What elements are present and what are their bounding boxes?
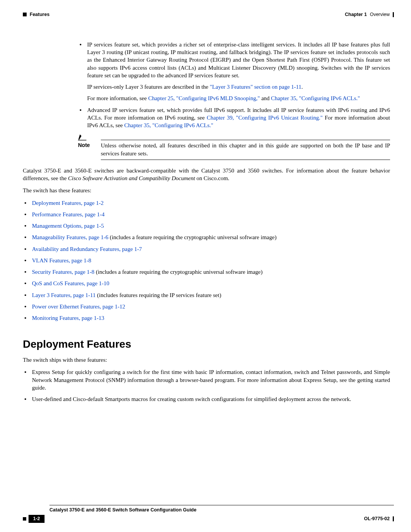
text-run: (includes a feature requiring the crypto… — [108, 234, 277, 240]
feature-link[interactable]: VLAN Features, page 1-8 — [32, 257, 91, 264]
feature-link[interactable]: Performance Features, page 1-4 — [32, 211, 105, 217]
list-item: Express Setup for quickly configuring a … — [23, 368, 390, 391]
text-run: (includes a feature requiring the crypto… — [94, 269, 263, 275]
deploy-intro: The switch ships with these features: — [23, 356, 390, 364]
page-header: Features Chapter 1 Overview — [23, 11, 394, 18]
feature-link[interactable]: Layer 3 Features, page 1-11 — [32, 292, 96, 298]
feature-link[interactable]: QoS and CoS Features, page 1-10 — [32, 280, 109, 286]
feature-link[interactable]: Deployment Features, page 1-2 — [32, 200, 104, 206]
list-item: Manageability Features, page 1-6 (includ… — [23, 233, 390, 241]
cross-ref-link[interactable]: Chapter 35, "Configuring IPv6 ACLs." — [124, 122, 213, 128]
list-intro: The switch has these features: — [23, 187, 390, 194]
cross-ref-link[interactable]: Chapter 35, "Configuring IPv6 ACLs." — [271, 95, 360, 101]
list-item: IP services feature set, which provides … — [78, 41, 390, 102]
cross-ref-link[interactable]: Chapter 39, "Configuring IPv6 Unicast Ro… — [207, 115, 323, 121]
bullet-text: IP services feature set, which provides … — [87, 42, 390, 78]
text-run: on Cisco.com. — [195, 175, 229, 181]
doc-id: OL-9775-02 — [364, 516, 390, 522]
list-item: Monitoring Features, page 1-13 — [23, 314, 390, 322]
cross-ref-link[interactable]: Chapter 25, "Configuring IPv6 MLD Snoopi… — [148, 95, 260, 101]
footer-guide-title: Catalyst 3750-E and 3560-E Switch Softwa… — [49, 507, 394, 513]
list-item: Security Features, page 1-8 (includes a … — [23, 268, 390, 276]
header-section-label: Features — [30, 11, 49, 18]
pencil-icon — [77, 133, 390, 141]
text-run: (includes features requiring the IP serv… — [96, 292, 221, 298]
list-item: Layer 3 Features, page 1-11 (includes fe… — [23, 291, 390, 299]
svg-marker-0 — [78, 134, 81, 140]
list-item: Advanced IP services feature set, which … — [78, 106, 390, 129]
feature-link[interactable]: Monitoring Features, page 1-13 — [32, 315, 104, 321]
list-item: Management Options, page 1-5 — [23, 222, 390, 230]
note-label: Note — [78, 142, 101, 157]
text-run: IP services-only Layer 3 features are de… — [87, 84, 210, 90]
list-item: VLAN Features, page 1-8 — [23, 257, 390, 264]
list-item: Deployment Features, page 1-2 — [23, 199, 390, 207]
main-content: IP services feature set, which provides … — [78, 41, 390, 322]
text-run: and — [260, 95, 271, 101]
doc-title-italic: Cisco Software Activation and Compatibil… — [68, 175, 195, 181]
paragraph: Catalyst 3750-E and 3560-E switches are … — [23, 167, 390, 182]
list-item: Availability and Redundancy Features, pa… — [23, 245, 390, 253]
cross-ref-link[interactable]: "Layer 3 Features" section on page 1-11 — [210, 84, 301, 90]
feature-link[interactable]: Security Features, page 1-8 — [32, 269, 94, 275]
text-run: . — [301, 84, 303, 90]
list-item: QoS and CoS Features, page 1-10 — [23, 280, 390, 287]
note-text: Unless otherwise noted, all features des… — [101, 142, 390, 157]
feature-link[interactable]: Availability and Redundancy Features, pa… — [32, 246, 142, 252]
section-heading: Deployment Features — [23, 337, 394, 351]
divider — [101, 160, 390, 160]
text-run: For more information, see — [87, 95, 148, 101]
list-item: User-defined and Cisco-default Smartport… — [23, 395, 390, 403]
feature-link[interactable]: Manageability Features, page 1-6 — [32, 234, 108, 240]
header-chapter-title: Overview — [370, 11, 390, 18]
footer-marker-icon — [23, 517, 26, 521]
header-marker-icon — [23, 13, 27, 16]
page-number: 1-2 — [29, 515, 45, 523]
footer-bar-icon — [393, 516, 394, 521]
list-item: Power over Ethernet Features, page 1-12 — [23, 303, 390, 310]
page-footer: Catalyst 3750-E and 3560-E Switch Softwa… — [23, 505, 394, 523]
divider — [49, 505, 394, 505]
list-item: Performance Features, page 1-4 — [23, 211, 390, 218]
header-bar-icon — [393, 12, 394, 17]
divider — [101, 140, 390, 140]
feature-link[interactable]: Power over Ethernet Features, page 1-12 — [32, 304, 125, 310]
header-chapter-num: Chapter 1 — [345, 11, 367, 18]
feature-link[interactable]: Management Options, page 1-5 — [32, 223, 104, 229]
note-block: Note Unless otherwise noted, all feature… — [78, 133, 390, 160]
